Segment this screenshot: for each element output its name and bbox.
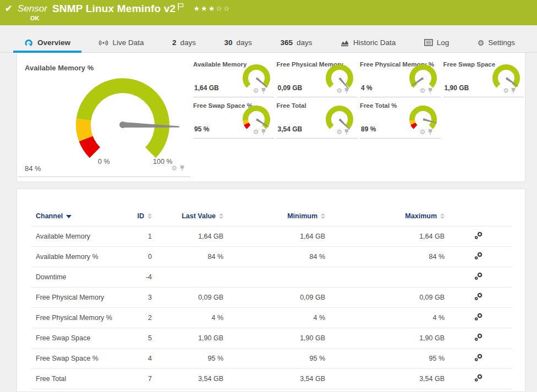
channel-name: Free Swap Space (31, 328, 122, 349)
table-row: Free Total %689 %89 %89 % (31, 389, 512, 392)
column-label: Maximum (405, 212, 437, 220)
broadcast-icon (98, 39, 108, 47)
channel-maximum: 0,09 GB (325, 288, 445, 308)
gauge-value: 4 % (361, 84, 372, 92)
pin-icon[interactable] (428, 129, 433, 135)
column-header-last[interactable]: Last Value (152, 207, 223, 227)
gear-icon[interactable]: ⚙ (336, 129, 342, 135)
pin-icon[interactable] (428, 88, 433, 94)
channel-last-value: 89 % (152, 389, 223, 392)
tab-label: days (180, 38, 196, 47)
channel-minimum: 1,64 GB (223, 227, 325, 247)
gear-icon[interactable]: ⚙ (336, 87, 342, 94)
channel-settings-icon[interactable] (445, 328, 512, 349)
channel-last-value: 1,64 GB (152, 227, 223, 247)
gauge-actions: ⚙ (253, 87, 266, 94)
mini-gauge-tile: Free Total 3,54 GB ⚙ (277, 101, 358, 139)
channel-maximum: 3,54 GB (325, 369, 445, 389)
table-row: Free Swap Space51,90 GB1,90 GB1,90 GB (31, 328, 512, 349)
channel-settings-icon[interactable] (445, 308, 512, 328)
mini-gauge-tile: Free Swap Space % 95 % ⚙ (193, 101, 274, 139)
pin-icon[interactable] (179, 165, 185, 172)
column-label: Minimum (287, 212, 317, 220)
gear-icon[interactable]: ⚙ (253, 87, 259, 94)
tab-365-days[interactable]: 365days (278, 33, 314, 52)
channel-minimum: 95 % (223, 349, 325, 369)
sort-toggle-icon (219, 213, 223, 219)
gauge-value: 1,90 GB (445, 84, 469, 92)
tab-2-days[interactable]: 2days (170, 33, 198, 52)
channel-minimum: 84 % (223, 247, 325, 267)
tab-label: Settings (488, 38, 515, 47)
mini-gauge-tile: Free Swap Space 1,90 GB ⚙ (443, 59, 524, 97)
channel-minimum: 0,09 GB (223, 288, 325, 308)
channel-settings-icon[interactable] (445, 247, 512, 267)
channel-id: 3 (122, 288, 152, 308)
gear-icon[interactable]: ⚙ (253, 129, 259, 135)
channel-settings-icon[interactable] (445, 389, 512, 392)
channel-name: Free Physical Memory % (31, 308, 122, 328)
channel-settings-icon[interactable] (445, 369, 512, 389)
channel-last-value: 1,90 GB (152, 328, 223, 349)
gear-icon[interactable]: ⚙ (503, 87, 509, 94)
channel-minimum: 4 % (223, 308, 325, 328)
gear-icon[interactable]: ⚙ (171, 165, 177, 172)
tab-30-days[interactable]: 30days (222, 33, 254, 52)
gauge-actions: ⚙ (336, 87, 349, 94)
tab-historic-data[interactable]: Historic Data (338, 33, 398, 52)
gear-icon: ⚙ (478, 39, 485, 47)
channel-settings-icon[interactable] (445, 227, 512, 247)
gauge-icon (24, 38, 34, 47)
column-header-id[interactable]: ID (122, 207, 152, 227)
priority-stars[interactable]: ★★★☆☆ (193, 4, 231, 13)
channel-maximum: 95 % (325, 349, 445, 369)
column-header-channel[interactable]: Channel (31, 207, 122, 227)
gauge-actions: ⚙ (253, 129, 266, 135)
pin-icon[interactable] (344, 129, 349, 135)
channel-maximum: 1,64 GB (325, 227, 445, 247)
channel-settings-icon[interactable] (445, 267, 512, 288)
channel-id: 5 (122, 328, 152, 349)
column-header-min[interactable]: Minimum (223, 207, 325, 227)
channel-maximum: 84 % (325, 247, 445, 267)
channel-last-value (152, 267, 223, 288)
pin-icon[interactable] (261, 129, 266, 135)
tab-label: days (236, 38, 252, 47)
table-row: Available Memory11,64 GB1,64 GB1,64 GB (31, 227, 512, 247)
flag-icon[interactable] (178, 3, 184, 10)
gauge-scale-max: 100 % (153, 158, 172, 165)
channel-name: Free Total (31, 369, 122, 389)
pin-icon[interactable] (344, 88, 349, 94)
pin-icon[interactable] (511, 88, 516, 94)
channel-name: Free Swap Space % (31, 349, 122, 369)
sort-toggle-icon (321, 213, 325, 219)
tab-overview[interactable]: Overview (22, 33, 73, 52)
mini-gauge-tile: Available Memory 1,64 GB ⚙ (193, 59, 274, 97)
channel-settings-icon[interactable] (445, 288, 512, 308)
column-header-actions (445, 207, 512, 227)
pin-icon[interactable] (261, 88, 266, 94)
channel-name: Available Memory (31, 227, 122, 247)
tab-number: 2 (172, 38, 177, 47)
sort-desc-icon (66, 215, 72, 218)
tab-label: Log (437, 38, 450, 47)
sort-toggle-icon (440, 213, 445, 219)
channel-last-value: 0,09 GB (152, 288, 223, 308)
column-header-max[interactable]: Maximum (325, 207, 445, 227)
channel-id: 2 (122, 308, 152, 328)
gear-icon[interactable]: ⚙ (420, 129, 426, 135)
tab-settings[interactable]: ⚙Settings (475, 33, 517, 52)
channels-table: ChannelIDLast ValueMinimumMaximum Availa… (31, 207, 512, 392)
tab-log[interactable]: Log (422, 33, 452, 52)
channel-id: 6 (122, 389, 152, 392)
gear-icon[interactable]: ⚙ (420, 87, 426, 94)
tab-label: Overview (37, 38, 70, 47)
tab-live-data[interactable]: Live Data (96, 33, 146, 52)
primary-gauge-tile: Available Memory % 0 % 100 % 84 % ⚙ (18, 59, 190, 177)
channel-id: 1 (122, 227, 152, 247)
gauge-value: 95 % (194, 125, 209, 133)
channel-settings-icon[interactable] (445, 349, 512, 369)
gauge-scale-min: 0 % (98, 158, 110, 165)
tab-number: 30 (224, 38, 232, 47)
channel-last-value: 95 % (152, 349, 223, 369)
